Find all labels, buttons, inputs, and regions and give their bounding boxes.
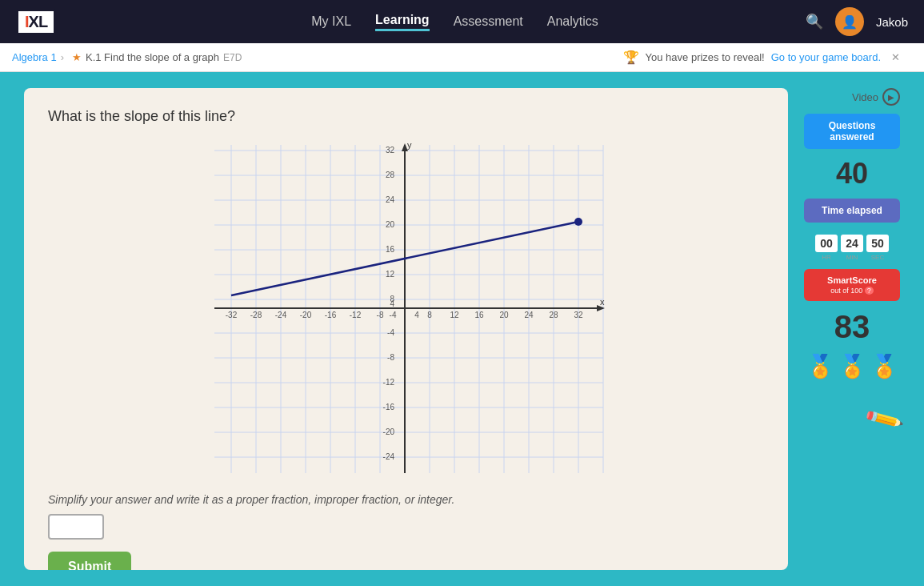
badge-green: 🏅 — [870, 353, 898, 379]
time-min-label: MIN — [841, 254, 863, 261]
time-elapsed-label: Time elapsed — [822, 205, 882, 216]
smartscore-sublabel: out of 100 ? — [830, 287, 874, 295]
svg-point-65 — [574, 218, 582, 226]
time-min-value: 24 — [841, 235, 863, 252]
close-prize-button[interactable]: ✕ — [891, 51, 900, 63]
svg-text:y: y — [407, 140, 412, 150]
svg-text:12: 12 — [385, 270, 394, 279]
svg-text:16: 16 — [385, 245, 394, 254]
svg-text:8: 8 — [427, 311, 432, 319]
graph-container: x y 32 28 24 20 16 12 8 4 -4 -8 -12 -16 … — [206, 137, 606, 481]
submit-button[interactable]: Submit — [48, 552, 131, 570]
svg-text:-20: -20 — [299, 311, 311, 319]
svg-text:x: x — [600, 297, 605, 307]
time-sec-value: 50 — [866, 235, 889, 252]
video-link[interactable]: Video ▶ — [804, 88, 900, 106]
svg-text:32: 32 — [385, 146, 394, 155]
svg-text:16: 16 — [474, 311, 484, 319]
svg-text:-12: -12 — [382, 378, 394, 387]
svg-text:-28: -28 — [250, 311, 262, 319]
breadcrumb-bar: Algebra 1 › ★ K.1 Find the slope of a gr… — [0, 43, 924, 72]
svg-text:-12: -12 — [349, 311, 361, 319]
svg-text:28: 28 — [385, 171, 394, 179]
user-avatar[interactable]: 👤 — [835, 7, 864, 36]
svg-text:-8: -8 — [387, 353, 394, 362]
svg-text:12: 12 — [450, 311, 459, 319]
svg-text:-16: -16 — [324, 311, 336, 319]
nav-my-ixl[interactable]: My IXL — [311, 14, 351, 29]
time-elapsed-box: Time elapsed — [804, 199, 900, 223]
badge-blue: 🏅 — [838, 353, 866, 379]
svg-text:4: 4 — [390, 299, 394, 308]
svg-text:-16: -16 — [382, 403, 394, 411]
logo[interactable]: IXL — [16, 9, 56, 35]
pencil-icon[interactable]: ✏️ — [862, 398, 906, 440]
time-display: 00 24 50 — [804, 235, 900, 252]
nav-right: 🔍 👤 Jakob — [806, 7, 908, 36]
smartscore-box: SmartScore out of 100 ? — [804, 269, 900, 301]
left-panel: What is the slope of this line? — [24, 88, 788, 570]
svg-text:-32: -32 — [225, 311, 237, 319]
pencil-container: ✏️ — [804, 403, 900, 434]
svg-text:-4: -4 — [389, 311, 396, 319]
badge-red: 🏅 — [806, 353, 834, 379]
nav-links: My IXL Learning Assessment Analytics — [128, 13, 782, 31]
svg-text:24: 24 — [524, 311, 534, 319]
svg-text:4: 4 — [414, 311, 419, 319]
breadcrumb-lesson: K.1 Find the slope of a graph — [86, 51, 219, 63]
star-icon: ★ — [72, 51, 82, 63]
time-hr-value: 00 — [815, 235, 838, 252]
svg-text:32: 32 — [574, 311, 583, 319]
graph-svg: x y 32 28 24 20 16 12 8 4 -4 -8 -12 -16 … — [206, 137, 606, 481]
top-nav: IXL My IXL Learning Assessment Analytics… — [0, 0, 924, 43]
video-icon: ▶ — [882, 88, 900, 106]
main-content: What is the slope of this line? — [0, 72, 924, 586]
breadcrumb-algebra[interactable]: Algebra 1 — [12, 51, 57, 63]
badges-row: 🏅 🏅 🏅 — [804, 353, 900, 379]
svg-text:24: 24 — [385, 195, 394, 204]
nav-learning[interactable]: Learning — [375, 13, 430, 31]
time-sec-label: SEC — [866, 254, 889, 261]
instruction-text: Simplify your answer and write it as a p… — [48, 493, 764, 506]
breadcrumb-sep-1: › — [61, 51, 64, 63]
smartscore-label: SmartScore — [827, 275, 877, 285]
prize-link[interactable]: Go to your game board. — [771, 51, 881, 63]
nav-assessment[interactable]: Assessment — [454, 14, 523, 29]
questions-answered-label: Questions answered — [829, 120, 876, 142]
user-icon: 👤 — [842, 14, 858, 30]
svg-text:-24: -24 — [382, 452, 394, 461]
svg-text:20: 20 — [385, 220, 394, 229]
answer-input[interactable] — [48, 514, 104, 540]
prize-text: You have prizes to reveal! — [646, 51, 765, 63]
svg-text:-4: -4 — [387, 328, 394, 337]
svg-text:-8: -8 — [376, 311, 383, 319]
username: Jakob — [876, 15, 908, 29]
svg-text:20: 20 — [499, 311, 509, 319]
questions-answered-box: Questions answered — [804, 114, 900, 149]
svg-text:28: 28 — [549, 311, 558, 319]
time-hr-label: HR — [815, 254, 838, 261]
svg-text:-24: -24 — [274, 311, 286, 319]
prize-banner: 🏆 You have prizes to reveal! Go to your … — [623, 50, 900, 65]
trophy-icon: 🏆 — [623, 50, 639, 65]
svg-text:-20: -20 — [382, 427, 394, 436]
nav-analytics[interactable]: Analytics — [547, 14, 598, 29]
questions-count: 40 — [804, 157, 900, 191]
lesson-code: E7D — [223, 52, 242, 63]
question-text: What is the slope of this line? — [48, 108, 764, 125]
video-label: Video — [852, 91, 878, 103]
search-icon[interactable]: 🔍 — [806, 13, 823, 30]
smartscore-value: 83 — [804, 309, 900, 345]
right-panel: Video ▶ Questions answered 40 Time elaps… — [804, 88, 900, 570]
